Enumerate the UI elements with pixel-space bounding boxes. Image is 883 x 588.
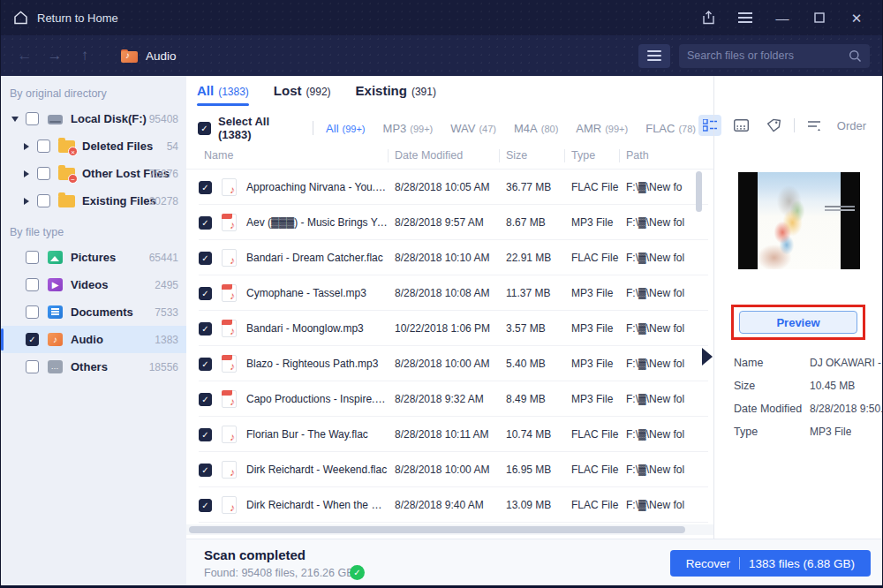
row-checkbox[interactable]: ✓ bbox=[199, 216, 212, 230]
audio-checkbox[interactable]: ✓ bbox=[26, 333, 39, 346]
column-header-type[interactable]: Type bbox=[571, 149, 595, 162]
filter-amr[interactable]: AMR(99+) bbox=[576, 122, 628, 135]
caret-down-icon[interactable] bbox=[11, 117, 19, 122]
table-row[interactable]: ✓♪Bandari - Dream Catcher.flac8/28/2018 … bbox=[186, 240, 713, 275]
close-icon[interactable]: ✕ bbox=[843, 6, 870, 29]
documents-checkbox[interactable] bbox=[26, 305, 39, 319]
tab-bar: All(1383) Lost(992) Existing(391) bbox=[197, 83, 436, 106]
caret-right-icon[interactable] bbox=[24, 143, 29, 150]
detail-view-icon[interactable] bbox=[730, 115, 753, 136]
menu-icon[interactable] bbox=[732, 6, 758, 29]
sidebar-item-others[interactable]: … Others 18556 bbox=[1, 353, 186, 381]
filter-m4a[interactable]: M4A(80) bbox=[514, 122, 558, 135]
existing-files-checkbox[interactable] bbox=[37, 194, 50, 207]
row-checkbox[interactable]: ✓ bbox=[199, 181, 212, 194]
preview-button[interactable]: Preview bbox=[739, 311, 857, 334]
maximize-icon[interactable] bbox=[806, 6, 833, 29]
table-row[interactable]: ✓♪Blazo - Righteous Path.mp38/28/2018 10… bbox=[186, 346, 713, 381]
select-all-label[interactable]: Select All (1383) bbox=[218, 115, 298, 141]
file-path: F:\▓\New fol bbox=[626, 499, 713, 511]
pictures-checkbox[interactable] bbox=[26, 251, 39, 264]
up-icon[interactable]: ↑ bbox=[70, 42, 100, 69]
recover-button[interactable]: Recover1383 files (6.88 GB) bbox=[670, 550, 871, 577]
list-view-icon[interactable] bbox=[698, 115, 721, 136]
filter-all[interactable]: All(99+) bbox=[326, 122, 365, 135]
sidebar-item-existing-files[interactable]: Existing Files 20278 bbox=[1, 187, 186, 215]
item-label: Documents bbox=[71, 305, 133, 319]
file-size: 8.67 MB bbox=[506, 216, 571, 229]
row-checkbox[interactable]: ✓ bbox=[199, 393, 212, 406]
row-checkbox[interactable]: ✓ bbox=[199, 499, 212, 512]
file-path: F:\▓\New fol bbox=[626, 252, 713, 264]
vertical-scrollbar[interactable] bbox=[696, 171, 702, 212]
table-row[interactable]: ✓♪Cymophane - Tassel.mp38/28/2018 10:08 … bbox=[186, 275, 713, 311]
sidebar-item-audio[interactable]: ✓ ♪ Audio 1383 bbox=[1, 326, 186, 353]
horizontal-scrollbar[interactable] bbox=[189, 526, 685, 533]
table-row[interactable]: ✓♪Bandari - Moonglow.mp310/22/2018 1:06 … bbox=[186, 311, 713, 346]
tab-all[interactable]: All(1383) bbox=[197, 83, 249, 106]
column-header-path[interactable]: Path bbox=[626, 149, 649, 162]
caret-right-icon[interactable] bbox=[24, 170, 29, 177]
order-icon[interactable] bbox=[804, 115, 826, 136]
file-name: Blazo - Righteous Path.mp3 bbox=[246, 358, 395, 370]
sidebar-item-videos[interactable]: ▶ Videos 2495 bbox=[1, 271, 186, 298]
column-header-size[interactable]: Size bbox=[506, 149, 527, 162]
column-header-date[interactable]: Date Modified bbox=[395, 149, 463, 162]
other-lost-files-checkbox[interactable] bbox=[37, 167, 50, 180]
local-disk-checkbox[interactable] bbox=[26, 112, 39, 125]
file-name: Dirk Reichardt - Weekend.flac bbox=[246, 464, 395, 476]
item-label: Audio bbox=[71, 333, 103, 346]
filter-wav[interactable]: WAV(47) bbox=[450, 122, 496, 135]
file-path: F:\▓\New fol bbox=[626, 393, 713, 405]
file-path: F:\▓\New fol bbox=[626, 428, 713, 441]
detail-value: DJ OKAWARI - .. bbox=[810, 357, 882, 369]
file-size: 3.57 MB bbox=[506, 322, 571, 335]
table-row[interactable]: ✓♪Aev (▓▓▓) - Music Brings You....8/28/2… bbox=[186, 205, 713, 240]
sidebar-item-deleted-files[interactable]: × Deleted Files 54 bbox=[1, 132, 186, 160]
table-row[interactable]: ✓♪Approaching Nirvana - You.flac8/28/201… bbox=[186, 170, 713, 205]
order-label[interactable]: Order bbox=[837, 119, 866, 132]
tab-lost[interactable]: Lost(992) bbox=[274, 83, 331, 106]
sidebar-item-documents[interactable]: Documents 7533 bbox=[1, 298, 186, 326]
row-checkbox[interactable]: ✓ bbox=[199, 252, 212, 265]
minimize-icon[interactable]: — bbox=[769, 6, 796, 29]
share-icon[interactable] bbox=[695, 6, 721, 29]
file-details: NameDJ OKAWARI - .. Size10.45 MB Date Mo… bbox=[734, 357, 882, 449]
sidebar-item-other-lost-files[interactable]: − Other Lost Files 75076 bbox=[1, 160, 186, 187]
back-icon[interactable]: ← bbox=[10, 42, 40, 69]
filter-mp3[interactable]: MP3(99+) bbox=[383, 122, 434, 135]
column-header-name[interactable]: Name bbox=[204, 149, 233, 162]
sidebar-item-local-disk[interactable]: Local Disk(F:) 95408 bbox=[1, 105, 186, 132]
item-count: 65441 bbox=[149, 252, 178, 264]
filter-flac[interactable]: FLAC(78) bbox=[645, 122, 696, 135]
deleted-files-checkbox[interactable] bbox=[37, 139, 50, 153]
videos-checkbox[interactable] bbox=[26, 278, 39, 291]
view-controls: Order bbox=[698, 115, 866, 136]
file-size: 11.37 MB bbox=[506, 287, 571, 299]
table-row[interactable]: ✓♪Florian Bur - The Way.flac8/28/2018 10… bbox=[186, 417, 713, 452]
row-checkbox[interactable]: ✓ bbox=[199, 464, 212, 477]
list-menu-button[interactable] bbox=[638, 44, 670, 68]
caret-right-icon[interactable] bbox=[24, 198, 29, 205]
search-box[interactable] bbox=[679, 44, 870, 68]
detail-label: Type bbox=[734, 426, 810, 438]
row-checkbox[interactable]: ✓ bbox=[199, 287, 212, 300]
others-checkbox[interactable] bbox=[26, 360, 39, 373]
item-label: Local Disk(F:) bbox=[71, 112, 147, 125]
search-input[interactable] bbox=[687, 49, 849, 62]
return-home-button[interactable]: Return to Home bbox=[13, 11, 118, 25]
file-size: 13.09 MB bbox=[506, 499, 571, 511]
select-all-checkbox[interactable]: ✓ bbox=[198, 122, 211, 135]
sidebar-item-pictures[interactable]: Pictures 65441 bbox=[1, 244, 186, 271]
tag-icon[interactable] bbox=[762, 115, 785, 136]
table-row[interactable]: ✓♪Dirk Reichardt - Weekend.flac8/28/2018… bbox=[186, 452, 713, 487]
row-checkbox[interactable]: ✓ bbox=[199, 358, 212, 371]
row-checkbox[interactable]: ✓ bbox=[199, 322, 212, 335]
tab-existing[interactable]: Existing(391) bbox=[356, 83, 436, 106]
forward-icon[interactable]: → bbox=[40, 42, 70, 69]
row-checkbox[interactable]: ✓ bbox=[199, 428, 212, 441]
table-row[interactable]: ✓♪Capo Productions - Inspire.mp38/28/201… bbox=[186, 381, 713, 417]
collapse-panel-arrow[interactable] bbox=[702, 348, 713, 366]
table-row[interactable]: ✓♪Dirk Reichardt - When the Light C...8/… bbox=[186, 487, 713, 523]
file-type: MP3 File bbox=[571, 393, 626, 405]
